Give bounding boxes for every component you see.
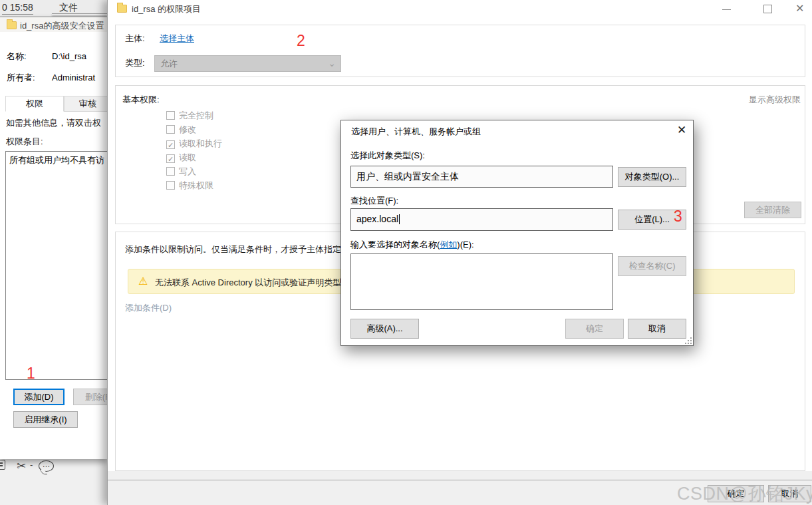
object-type-value: 用户、组或内置安全主体 <box>356 171 459 182</box>
speech-bubble-icon[interactable]: … <box>39 460 54 472</box>
close-icon[interactable]: ✕ <box>795 2 804 15</box>
enable-inheritance-button[interactable]: 启用继承(I) <box>13 411 78 428</box>
type-dropdown[interactable]: 允许 ⌄ <box>154 55 341 72</box>
tab-auditing[interactable]: 审核 <box>64 96 107 112</box>
checkbox-special[interactable] <box>166 181 175 190</box>
condition-description: 添加条件以限制访问。仅当满足条件时，才授予主体指定的 <box>125 244 350 255</box>
location-label: 查找位置(F): <box>350 195 398 207</box>
clipboard-icon[interactable] <box>0 460 5 470</box>
maximize-icon[interactable] <box>763 5 772 13</box>
show-advanced-link[interactable]: 显示高级权限 <box>749 94 801 106</box>
owner-label: 所有者: <box>7 72 52 84</box>
checkbox-read-execute[interactable]: ✓ <box>166 140 175 149</box>
principal-label: 主体: <box>125 33 145 45</box>
select-principal-link[interactable]: 选择主体 <box>160 33 194 45</box>
footer-divider <box>108 480 812 480</box>
perm-label: 写入 <box>179 166 196 176</box>
dialog-ok-button[interactable]: 确定 <box>565 319 624 339</box>
background-app-strip: 0 15:58 文件 <box>0 0 107 17</box>
advanced-security-window: id_rsa的高级安全设置 名称:D:\id_rsa 所有者:Administr… <box>0 17 107 459</box>
object-names-label: 输入要选择的对象名称(例如)(E): <box>350 239 474 251</box>
object-type-label: 选择此对象类型(S): <box>350 150 425 162</box>
warning-icon: ⚠ <box>138 275 148 287</box>
perm-row-write: 写入 <box>166 166 196 180</box>
basic-permissions-label: 基本权限: <box>122 94 160 106</box>
folder-icon <box>117 5 127 13</box>
resize-grip-icon[interactable] <box>685 337 692 344</box>
tab-permissions[interactable]: 权限 <box>5 96 64 112</box>
name-value: D:\id_rsa <box>52 51 86 61</box>
close-icon[interactable]: ✕ <box>677 123 686 137</box>
permission-window-title: id_rsa 的权限项目 <box>132 3 201 15</box>
minimize-icon[interactable] <box>722 9 731 10</box>
checkbox-full-control[interactable] <box>166 111 175 120</box>
location-value: apex.local <box>356 214 398 224</box>
ellipsis-glyph: … <box>43 460 51 469</box>
perm-label: 读取 <box>179 152 196 162</box>
name-row: 名称:D:\id_rsa <box>7 51 86 63</box>
type-value: 允许 <box>160 59 178 69</box>
file-menu[interactable]: 文件 <box>59 2 78 14</box>
annotation-step-1: 1 <box>27 365 35 383</box>
dialog-title: 选择用户、计算机、服务帐户或组 <box>351 126 481 138</box>
folder-icon <box>7 21 17 29</box>
location-field[interactable]: apex.local <box>350 208 613 231</box>
perm-row-read: ✓读取 <box>166 152 196 166</box>
chevron-down-icon: ⌄ <box>328 56 336 71</box>
annotation-step-3: 3 <box>674 208 682 226</box>
advanced-window-titlebar[interactable]: id_rsa的高级安全设置 <box>0 17 107 32</box>
names-label-suffix: )(E): <box>457 240 474 250</box>
add-condition-link[interactable]: 添加条件(D) <box>125 302 172 314</box>
perm-row-read-execute: ✓读取和执行 <box>166 138 222 152</box>
names-label-prefix: 输入要选择的对象名称( <box>350 240 440 250</box>
info-text: 如需其他信息，请双击权 <box>6 117 101 129</box>
remove-button[interactable]: 删除(R <box>73 389 107 405</box>
advanced-button[interactable]: 高级(A)... <box>350 319 419 339</box>
checkbox-read[interactable]: ✓ <box>166 154 175 163</box>
checkbox-write[interactable] <box>166 167 175 176</box>
add-button[interactable]: 添加(D) <box>13 389 65 405</box>
perm-label: 修改 <box>179 124 196 134</box>
type-label: 类型: <box>125 57 145 69</box>
principal-group: 主体: 选择主体 类型: 允许 ⌄ <box>115 25 805 77</box>
checkbox-modify[interactable] <box>166 125 175 134</box>
scissors-icon[interactable]: ✂ <box>17 459 26 473</box>
check-glyph: ✓ <box>167 141 174 150</box>
menu-tab-edge <box>52 13 107 15</box>
perm-row-full-control: 完全控制 <box>166 110 213 124</box>
empty-entries-text: 所有组或用户均不具有访 <box>9 154 104 166</box>
permission-entries-list[interactable]: 所有组或用户均不具有访 <box>5 151 107 380</box>
select-principal-dialog: 选择用户、计算机、服务帐户或组 ✕ 选择此对象类型(S): 用户、组或内置安全主… <box>340 120 694 346</box>
permission-entries-label: 权限条目: <box>6 136 43 148</box>
check-glyph: ✓ <box>167 155 174 164</box>
csdn-watermark: CSDN@孙铭JKy <box>677 482 812 505</box>
dialog-cancel-button[interactable]: 取消 <box>628 319 686 339</box>
perm-label: 读取和执行 <box>179 138 222 148</box>
screenshot-toolbar: ✂ - … <box>0 459 107 505</box>
text-caret <box>399 214 400 224</box>
warning-text: 无法联系 Active Directory 以访问或验证声明类型。 <box>155 277 350 289</box>
minus-icon: - <box>30 460 33 470</box>
perm-label: 完全控制 <box>179 110 213 120</box>
check-names-button[interactable]: 检查名称(C) <box>618 256 686 276</box>
annotation-step-2: 2 <box>297 32 305 50</box>
examples-link[interactable]: 例如 <box>440 240 457 250</box>
advanced-window-title: id_rsa的高级安全设置 <box>20 20 104 32</box>
perm-label: 特殊权限 <box>179 180 213 190</box>
background-time: 0 15:58 <box>2 2 33 15</box>
object-names-input[interactable] <box>350 253 613 310</box>
tab-bar: 权限 审核 <box>5 96 107 112</box>
object-types-button[interactable]: 对象类型(O)... <box>618 167 686 187</box>
object-type-field[interactable]: 用户、组或内置安全主体 <box>350 166 613 188</box>
owner-row: 所有者:Administrat <box>7 72 95 84</box>
owner-value: Administrat <box>52 73 95 83</box>
perm-row-modify: 修改 <box>166 124 196 138</box>
clear-all-button[interactable]: 全部清除 <box>744 202 801 218</box>
name-label: 名称: <box>7 51 52 63</box>
perm-row-special: 特殊权限 <box>166 180 213 194</box>
